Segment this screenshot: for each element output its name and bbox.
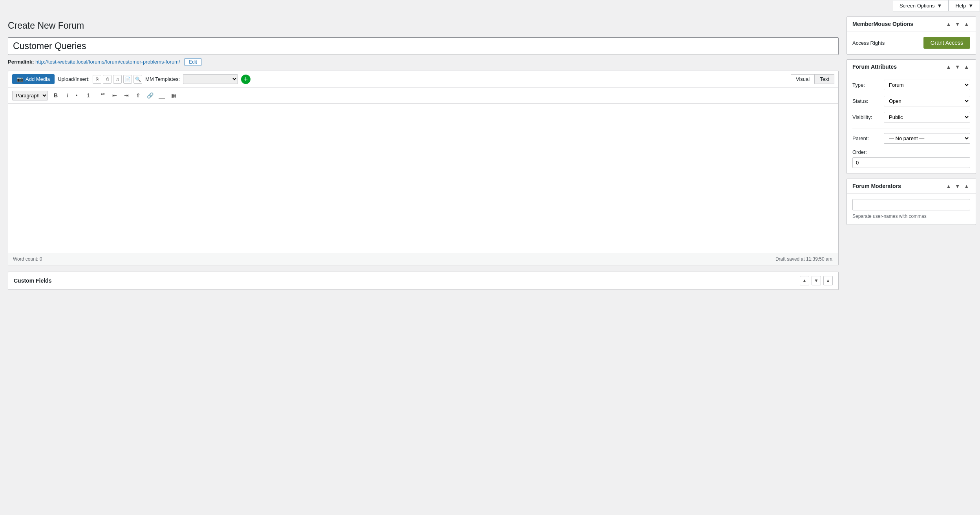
forum-attributes-panel-body: Type: Forum Category Status: Open Closed… [847, 74, 976, 173]
membermouse-collapse-down[interactable]: ▼ [954, 22, 961, 27]
document-upload-icon[interactable]: 📄 [123, 75, 132, 84]
visual-tab[interactable]: Visual [791, 74, 815, 84]
table-button[interactable]: ▦ [168, 90, 179, 101]
italic-button[interactable]: I [62, 90, 73, 101]
help-label: Help [955, 3, 966, 9]
membermouse-panel-controls: ▲ ▼ ▲ [945, 22, 970, 27]
link-button[interactable]: 🔗 [144, 90, 155, 101]
add-media-button[interactable]: 📷 Add Media [12, 74, 55, 84]
forum-attr-collapse-up[interactable]: ▲ [945, 64, 952, 69]
bold-button[interactable]: B [50, 90, 61, 101]
editor-container: 📷 Add Media Upload/Insert: ⎘ ⎙ ♫ 📄 🔍 MM … [8, 71, 839, 265]
forum-mod-collapse-up[interactable]: ▲ [945, 184, 952, 189]
custom-fields-section: Custom Fields ▲ ▼ ▲ [8, 272, 839, 290]
search-upload-icon[interactable]: 🔍 [133, 75, 142, 84]
moderators-input[interactable] [852, 199, 970, 210]
upload-insert-label: Upload/Insert: [58, 76, 90, 82]
mm-templates-select[interactable] [183, 74, 238, 84]
forum-moderators-panel-title: Forum Moderators [852, 183, 901, 189]
type-label: Type: [852, 82, 884, 88]
forum-mod-close[interactable]: ▲ [963, 184, 970, 189]
permalink-label: Permalink: [8, 59, 34, 65]
visibility-row: Visibility: Public Private [852, 112, 970, 122]
video-upload-icon[interactable]: ⎙ [103, 75, 112, 84]
forum-moderators-panel: Forum Moderators ▲ ▼ ▲ Separate user-nam… [847, 179, 976, 225]
parent-select[interactable]: — No parent — [884, 133, 970, 144]
order-input[interactable] [852, 157, 970, 168]
draft-saved: Draft saved at 11:39:50 am. [775, 256, 834, 262]
forum-title-input[interactable] [8, 37, 839, 55]
membermouse-close[interactable]: ▲ [963, 22, 970, 27]
paragraph-format-select[interactable]: Paragraph [12, 91, 48, 100]
align-right-button[interactable]: ⇧ [133, 90, 144, 101]
forum-moderators-panel-body: Separate user-names with commas [847, 194, 976, 225]
screen-options-button[interactable]: Screen Options ▼ [893, 0, 949, 11]
forum-attributes-panel-header: Forum Attributes ▲ ▼ ▲ [847, 60, 976, 74]
image-upload-icon[interactable]: ⎘ [93, 75, 101, 84]
forum-attributes-panel: Forum Attributes ▲ ▼ ▲ Type: Forum Categ… [847, 59, 976, 174]
blockquote-button[interactable]: “” [97, 90, 108, 101]
membermouse-panel: MemberMouse Options ▲ ▼ ▲ Access Rights … [847, 16, 976, 55]
moderators-hint: Separate user-names with commas [852, 214, 970, 219]
forum-attr-collapse-down[interactable]: ▼ [954, 64, 961, 69]
editor-footer: Word count: 0 Draft saved at 11:39:50 am… [8, 253, 838, 265]
permalink-url[interactable]: http://test-website.local/forums/forum/c… [35, 59, 180, 65]
custom-fields-close[interactable]: ▲ [823, 276, 833, 285]
custom-fields-collapse-down[interactable]: ▼ [812, 276, 821, 285]
more-tag-button[interactable]: ⎯⎯ [156, 90, 167, 101]
editor-body[interactable] [8, 104, 838, 253]
add-media-icon: 📷 [17, 76, 23, 82]
order-label: Order: [852, 149, 970, 155]
status-label: Status: [852, 98, 884, 104]
access-rights-label: Access Rights [852, 40, 885, 46]
forum-moderators-panel-header: Forum Moderators ▲ ▼ ▲ [847, 179, 976, 194]
membermouse-collapse-up[interactable]: ▲ [945, 22, 952, 27]
top-bar: Screen Options ▼ Help ▼ [893, 0, 980, 11]
mm-templates-label: MM Templates: [145, 76, 180, 82]
grant-access-button[interactable]: Grant Access [923, 37, 970, 49]
visual-text-tabs: Visual Text [791, 74, 834, 84]
parent-row: Parent: — No parent — [852, 133, 970, 144]
type-select[interactable]: Forum Category [884, 80, 970, 90]
order-section: Order: [852, 149, 970, 168]
custom-fields-controls: ▲ ▼ ▲ [800, 276, 833, 285]
sidebar: MemberMouse Options ▲ ▼ ▲ Access Rights … [847, 13, 980, 515]
forum-attributes-panel-title: Forum Attributes [852, 64, 897, 70]
forum-attributes-panel-controls: ▲ ▼ ▲ [945, 64, 970, 69]
help-button[interactable]: Help ▼ [949, 0, 980, 11]
status-row: Status: Open Closed [852, 96, 970, 106]
editor-toolbar-top: 📷 Add Media Upload/Insert: ⎘ ⎙ ♫ 📄 🔍 MM … [8, 71, 838, 88]
mm-templates-add-button[interactable]: + [241, 75, 250, 84]
permalink-row: Permalink: http://test-website.local/for… [8, 58, 839, 66]
unordered-list-button[interactable]: •— [74, 90, 85, 101]
audio-upload-icon[interactable]: ♫ [113, 75, 122, 84]
visibility-label: Visibility: [852, 114, 884, 120]
add-media-label: Add Media [26, 76, 50, 82]
custom-fields-title: Custom Fields [14, 278, 51, 284]
forum-mod-collapse-down[interactable]: ▼ [954, 184, 961, 189]
membermouse-panel-header: MemberMouse Options ▲ ▼ ▲ [847, 17, 976, 31]
visibility-select[interactable]: Public Private [884, 112, 970, 122]
custom-fields-header: Custom Fields ▲ ▼ ▲ [8, 272, 838, 290]
ordered-list-button[interactable]: 1— [86, 90, 97, 101]
help-chevron-icon: ▼ [968, 3, 973, 9]
align-center-button[interactable]: ⇥ [121, 90, 132, 101]
separator [852, 128, 970, 128]
forum-attr-close[interactable]: ▲ [963, 64, 970, 69]
upload-icons: ⎘ ⎙ ♫ 📄 🔍 [93, 75, 142, 84]
membermouse-panel-title: MemberMouse Options [852, 21, 913, 27]
status-select[interactable]: Open Closed [884, 96, 970, 106]
screen-options-label: Screen Options [900, 3, 935, 9]
forum-moderators-panel-controls: ▲ ▼ ▲ [945, 184, 970, 189]
page-layout: Create New Forum Permalink: http://test-… [0, 0, 980, 515]
align-left-button[interactable]: ⇤ [109, 90, 120, 101]
page-title: Create New Forum [8, 20, 839, 31]
text-tab[interactable]: Text [815, 74, 834, 84]
permalink-edit-button[interactable]: Edit [185, 58, 201, 66]
parent-label: Parent: [852, 135, 884, 141]
editor-toolbar-format: Paragraph B I •— 1— “” ⇤ ⇥ ⇧ 🔗 ⎯⎯ ▦ [8, 88, 838, 104]
membermouse-panel-body: Access Rights Grant Access [847, 31, 976, 54]
custom-fields-collapse-up[interactable]: ▲ [800, 276, 809, 285]
screen-options-chevron-icon: ▼ [937, 3, 942, 9]
word-count: Word count: 0 [13, 256, 42, 262]
